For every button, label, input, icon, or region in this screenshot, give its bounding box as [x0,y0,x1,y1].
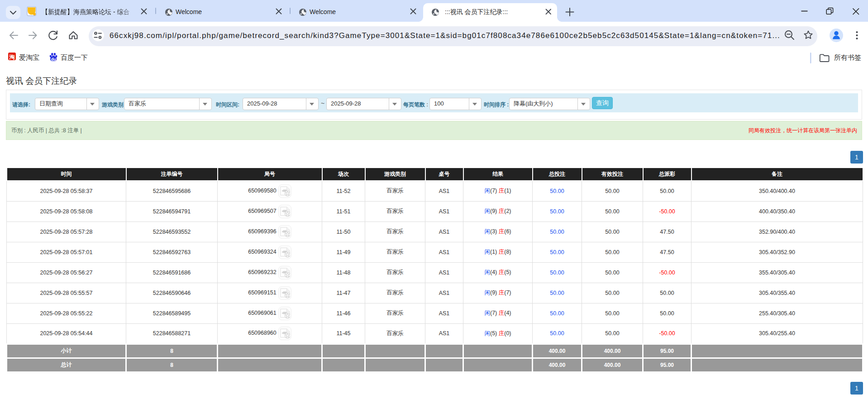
svg-text:淘: 淘 [9,54,15,60]
svg-text:du: du [51,57,56,62]
